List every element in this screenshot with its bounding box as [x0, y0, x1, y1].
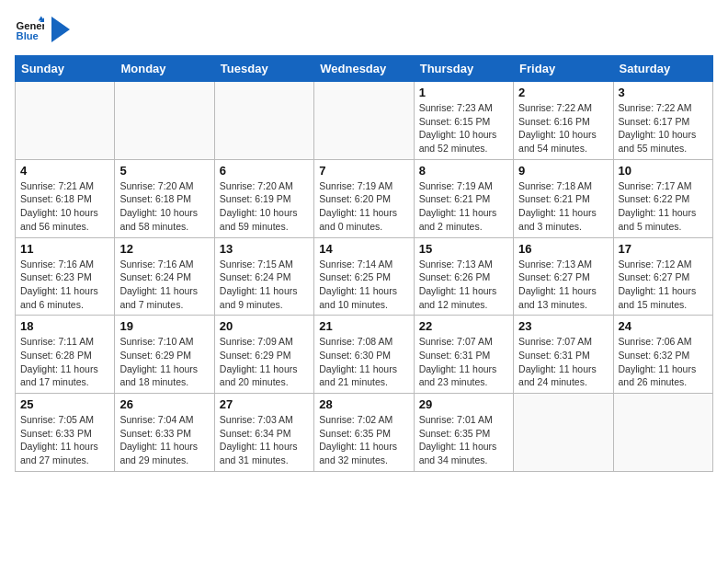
day-number: 15 — [419, 242, 508, 256]
day-number: 10 — [619, 164, 708, 178]
day-number: 22 — [419, 319, 508, 333]
calendar-cell — [613, 394, 712, 472]
day-number: 7 — [319, 164, 408, 178]
calendar-header-saturday: Saturday — [613, 56, 712, 82]
day-info: Sunrise: 7:23 AMSunset: 6:15 PMDaylight:… — [419, 101, 508, 155]
calendar-week-2: 4Sunrise: 7:21 AMSunset: 6:18 PMDaylight… — [16, 159, 713, 237]
calendar-cell: 29Sunrise: 7:01 AMSunset: 6:35 PMDayligh… — [414, 394, 513, 472]
calendar-cell: 12Sunrise: 7:16 AMSunset: 6:24 PMDayligh… — [115, 237, 214, 316]
day-info: Sunrise: 7:16 AMSunset: 6:24 PMDaylight:… — [119, 258, 209, 312]
day-info: Sunrise: 7:22 AMSunset: 6:17 PMDaylight:… — [619, 101, 708, 155]
calendar-cell: 7Sunrise: 7:19 AMSunset: 6:20 PMDaylight… — [314, 159, 414, 237]
day-number: 11 — [20, 242, 109, 256]
day-info: Sunrise: 7:20 AMSunset: 6:19 PMDaylight:… — [220, 179, 309, 234]
calendar-header-wednesday: Wednesday — [314, 56, 414, 82]
day-number: 13 — [220, 242, 309, 256]
calendar-header-thursday: Thursday — [414, 56, 513, 82]
calendar-cell: 20Sunrise: 7:09 AMSunset: 6:29 PMDayligh… — [214, 316, 313, 394]
day-number: 4 — [20, 164, 109, 178]
day-info: Sunrise: 7:07 AMSunset: 6:31 PMDaylight:… — [419, 335, 508, 389]
day-number: 3 — [619, 86, 708, 99]
calendar-cell: 8Sunrise: 7:19 AMSunset: 6:21 PMDaylight… — [414, 159, 513, 237]
calendar-cell: 13Sunrise: 7:15 AMSunset: 6:24 PMDayligh… — [214, 237, 313, 316]
calendar-cell — [115, 82, 214, 160]
logo-arrow-icon — [51, 17, 70, 42]
calendar-cell: 5Sunrise: 7:20 AMSunset: 6:18 PMDaylight… — [115, 159, 214, 237]
calendar-cell: 17Sunrise: 7:12 AMSunset: 6:27 PMDayligh… — [613, 237, 712, 316]
calendar-cell: 2Sunrise: 7:22 AMSunset: 6:16 PMDaylight… — [514, 82, 613, 160]
day-number: 6 — [220, 164, 309, 178]
day-info: Sunrise: 7:02 AMSunset: 6:35 PMDaylight:… — [319, 413, 408, 467]
calendar-cell: 9Sunrise: 7:18 AMSunset: 6:21 PMDaylight… — [514, 159, 613, 237]
calendar-cell: 22Sunrise: 7:07 AMSunset: 6:31 PMDayligh… — [414, 316, 513, 394]
day-number: 9 — [518, 164, 608, 178]
day-info: Sunrise: 7:13 AMSunset: 6:27 PMDaylight:… — [518, 258, 608, 312]
day-info: Sunrise: 7:14 AMSunset: 6:25 PMDaylight:… — [319, 258, 408, 312]
calendar-week-1: 1Sunrise: 7:23 AMSunset: 6:15 PMDaylight… — [16, 82, 713, 160]
day-number: 24 — [619, 319, 708, 333]
logo: General Blue — [15, 15, 70, 44]
day-info: Sunrise: 7:10 AMSunset: 6:29 PMDaylight:… — [119, 335, 209, 389]
calendar-header-row: SundayMondayTuesdayWednesdayThursdayFrid… — [16, 56, 713, 82]
calendar-cell: 10Sunrise: 7:17 AMSunset: 6:22 PMDayligh… — [613, 159, 712, 237]
day-number: 8 — [419, 164, 508, 178]
day-info: Sunrise: 7:19 AMSunset: 6:20 PMDaylight:… — [319, 179, 408, 234]
day-number: 20 — [220, 319, 309, 333]
calendar-week-4: 18Sunrise: 7:11 AMSunset: 6:28 PMDayligh… — [16, 316, 713, 394]
calendar-table: SundayMondayTuesdayWednesdayThursdayFrid… — [15, 55, 713, 472]
calendar-cell: 19Sunrise: 7:10 AMSunset: 6:29 PMDayligh… — [115, 316, 214, 394]
calendar-cell: 23Sunrise: 7:07 AMSunset: 6:31 PMDayligh… — [514, 316, 613, 394]
calendar-cell: 4Sunrise: 7:21 AMSunset: 6:18 PMDaylight… — [16, 159, 115, 237]
day-number: 17 — [619, 242, 708, 256]
svg-text:Blue: Blue — [17, 30, 39, 41]
day-number: 26 — [119, 397, 209, 411]
day-info: Sunrise: 7:08 AMSunset: 6:30 PMDaylight:… — [319, 335, 408, 389]
day-info: Sunrise: 7:01 AMSunset: 6:35 PMDaylight:… — [419, 413, 508, 467]
svg-marker-4 — [51, 17, 70, 42]
calendar-cell: 26Sunrise: 7:04 AMSunset: 6:33 PMDayligh… — [115, 394, 214, 472]
day-number: 5 — [119, 164, 209, 178]
day-info: Sunrise: 7:17 AMSunset: 6:22 PMDaylight:… — [619, 179, 708, 234]
day-number: 29 — [419, 397, 508, 411]
page-header: General Blue — [15, 15, 713, 44]
calendar-header-monday: Monday — [115, 56, 214, 82]
calendar-cell: 6Sunrise: 7:20 AMSunset: 6:19 PMDaylight… — [214, 159, 313, 237]
day-number: 18 — [20, 319, 109, 333]
day-info: Sunrise: 7:20 AMSunset: 6:18 PMDaylight:… — [119, 179, 209, 234]
day-info: Sunrise: 7:06 AMSunset: 6:32 PMDaylight:… — [619, 335, 708, 389]
calendar-week-3: 11Sunrise: 7:16 AMSunset: 6:23 PMDayligh… — [16, 237, 713, 316]
day-info: Sunrise: 7:16 AMSunset: 6:23 PMDaylight:… — [20, 258, 109, 312]
day-number: 19 — [119, 319, 209, 333]
day-info: Sunrise: 7:21 AMSunset: 6:18 PMDaylight:… — [20, 179, 109, 234]
logo-icon: General Blue — [15, 15, 44, 44]
calendar-cell: 16Sunrise: 7:13 AMSunset: 6:27 PMDayligh… — [514, 237, 613, 316]
calendar-cell: 14Sunrise: 7:14 AMSunset: 6:25 PMDayligh… — [314, 237, 414, 316]
day-number: 14 — [319, 242, 408, 256]
day-info: Sunrise: 7:04 AMSunset: 6:33 PMDaylight:… — [119, 413, 209, 467]
calendar-header-friday: Friday — [514, 56, 613, 82]
calendar-cell: 15Sunrise: 7:13 AMSunset: 6:26 PMDayligh… — [414, 237, 513, 316]
calendar-cell — [16, 82, 115, 160]
day-number: 28 — [319, 397, 408, 411]
day-number: 23 — [518, 319, 608, 333]
day-number: 27 — [220, 397, 309, 411]
day-number: 21 — [319, 319, 408, 333]
day-number: 16 — [518, 242, 608, 256]
day-number: 1 — [419, 86, 508, 99]
day-info: Sunrise: 7:05 AMSunset: 6:33 PMDaylight:… — [20, 413, 109, 467]
calendar-cell — [314, 82, 414, 160]
calendar-header-tuesday: Tuesday — [214, 56, 313, 82]
calendar-header-sunday: Sunday — [16, 56, 115, 82]
calendar-cell: 21Sunrise: 7:08 AMSunset: 6:30 PMDayligh… — [314, 316, 414, 394]
day-info: Sunrise: 7:18 AMSunset: 6:21 PMDaylight:… — [518, 179, 608, 234]
calendar-cell: 24Sunrise: 7:06 AMSunset: 6:32 PMDayligh… — [613, 316, 712, 394]
day-info: Sunrise: 7:13 AMSunset: 6:26 PMDaylight:… — [419, 258, 508, 312]
day-number: 2 — [518, 86, 608, 99]
day-info: Sunrise: 7:12 AMSunset: 6:27 PMDaylight:… — [619, 258, 708, 312]
day-info: Sunrise: 7:03 AMSunset: 6:34 PMDaylight:… — [220, 413, 309, 467]
day-info: Sunrise: 7:19 AMSunset: 6:21 PMDaylight:… — [419, 179, 508, 234]
day-number: 25 — [20, 397, 109, 411]
calendar-cell: 1Sunrise: 7:23 AMSunset: 6:15 PMDaylight… — [414, 82, 513, 160]
calendar-cell: 28Sunrise: 7:02 AMSunset: 6:35 PMDayligh… — [314, 394, 414, 472]
day-info: Sunrise: 7:15 AMSunset: 6:24 PMDaylight:… — [220, 258, 309, 312]
